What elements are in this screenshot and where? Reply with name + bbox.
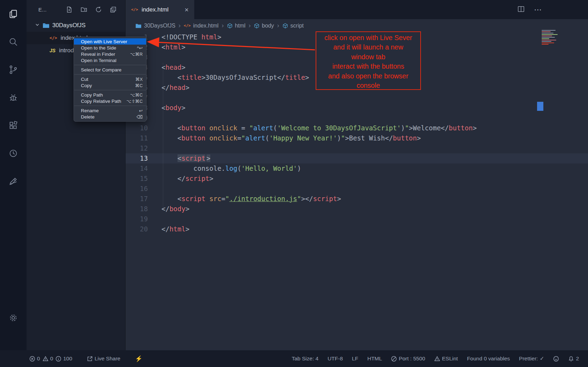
new-file-icon[interactable] bbox=[64, 5, 74, 14]
refresh-icon[interactable] bbox=[93, 5, 104, 14]
new-folder-icon[interactable] bbox=[78, 5, 89, 14]
code-line[interactable]: 7 bbox=[126, 93, 588, 103]
code-line[interactable]: 9 bbox=[126, 113, 588, 123]
code-line[interactable]: 17 <script src="./introduction.js"></scr… bbox=[126, 194, 588, 204]
collapse-all-icon[interactable] bbox=[108, 5, 118, 14]
code-line[interactable]: 8<body> bbox=[126, 103, 588, 113]
feedback-smiley-icon[interactable] bbox=[553, 356, 559, 362]
error-icon bbox=[29, 356, 35, 362]
source-control-icon[interactable] bbox=[8, 64, 18, 75]
chevron-right-icon: › bbox=[222, 22, 224, 29]
eslint-status[interactable]: ESLint bbox=[434, 355, 458, 362]
menu-item[interactable]: Select for Compare bbox=[74, 67, 146, 73]
line-number: 13 bbox=[126, 153, 148, 163]
line-number: 12 bbox=[126, 143, 148, 153]
context-menu: Open with Live ServerOpen to the Side^↩R… bbox=[74, 37, 146, 122]
encoding-status[interactable]: UTF-8 bbox=[327, 355, 343, 362]
code-line[interactable]: 15 </script> bbox=[126, 174, 588, 184]
html-file-icon: </> bbox=[184, 23, 191, 28]
split-editor-icon[interactable] bbox=[517, 5, 525, 14]
menu-item[interactable]: Copy Relative Path⌥⇧⌘C bbox=[74, 98, 146, 104]
eol-status[interactable]: LF bbox=[352, 355, 358, 362]
prettier-status[interactable]: Prettier:✓ bbox=[519, 355, 544, 362]
menu-item[interactable]: Open with Live Server bbox=[74, 38, 146, 45]
symbol-cube-icon bbox=[254, 23, 259, 29]
menu-item[interactable]: Reveal in Finder⌥⌘R bbox=[74, 51, 146, 57]
chevron-right-icon: › bbox=[249, 22, 251, 29]
live-share-status[interactable]: Live Share bbox=[87, 355, 120, 362]
close-icon[interactable]: × bbox=[184, 6, 189, 13]
minimap[interactable] bbox=[542, 30, 562, 45]
bell-icon bbox=[568, 356, 574, 362]
menu-item[interactable]: Delete⌫ bbox=[74, 114, 146, 120]
menu-separator bbox=[74, 65, 146, 65]
language-status[interactable]: HTML bbox=[367, 355, 382, 362]
breadcrumb-item-folder[interactable]: 30DaysOfJS bbox=[135, 23, 175, 29]
warnings-status[interactable]: 0 bbox=[43, 355, 53, 362]
html-file-icon: </> bbox=[50, 36, 57, 40]
code-line[interactable]: 20</html> bbox=[126, 224, 588, 234]
code-line[interactable]: 11 <button onclick="alert('Happy New Yea… bbox=[126, 133, 588, 143]
explorer-title: E... bbox=[38, 7, 47, 13]
settings-gear-icon[interactable] bbox=[8, 313, 18, 323]
share-icon bbox=[87, 356, 93, 362]
lightning-icon[interactable]: ⚡ bbox=[135, 355, 142, 362]
annotation-box: click on open with Live Severand it will… bbox=[316, 31, 421, 90]
line-number: 10 bbox=[126, 123, 148, 133]
folder-icon bbox=[135, 23, 142, 28]
port-icon bbox=[391, 356, 397, 362]
explorer-header: E... bbox=[27, 0, 125, 19]
code-line[interactable]: 14 console.log('Hello, World') bbox=[126, 163, 588, 174]
line-number: 19 bbox=[126, 214, 148, 224]
menu-item[interactable]: Copy Path⌥⌘C bbox=[74, 92, 146, 98]
line-number: 16 bbox=[126, 184, 148, 194]
tab-title: index.html bbox=[142, 6, 168, 13]
breadcrumb-item-file[interactable]: </> index.html bbox=[184, 23, 219, 29]
menu-item[interactable]: Copy⌘C bbox=[74, 82, 146, 89]
tab-index-html[interactable]: </> index.html × bbox=[126, 0, 194, 19]
notifications-bell[interactable]: 2 bbox=[568, 355, 579, 362]
history-icon[interactable] bbox=[8, 148, 18, 159]
code-line[interactable]: 13 <script> bbox=[126, 153, 588, 163]
extensions-icon[interactable] bbox=[8, 120, 18, 131]
code-line[interactable]: 18</body> bbox=[126, 204, 588, 214]
folder-label: 30DaysOfJS bbox=[52, 22, 85, 29]
search-icon[interactable] bbox=[8, 37, 18, 47]
code-line[interactable]: 10 <button onclick = "alert('Welcome to … bbox=[126, 123, 588, 133]
code-line[interactable]: 16 bbox=[126, 184, 588, 194]
menu-item[interactable]: Cut⌘X bbox=[74, 76, 146, 82]
tab-bar: </> index.html × ⋯ bbox=[126, 0, 588, 19]
html-file-icon: </> bbox=[131, 7, 138, 12]
menu-item[interactable]: Open in Terminal bbox=[74, 57, 146, 63]
code-line[interactable]: 19 bbox=[126, 214, 588, 224]
breadcrumb-item-html[interactable]: html bbox=[227, 23, 246, 29]
tab-size-status[interactable]: Tab Size: 4 bbox=[292, 355, 318, 362]
breadcrumb-item-script[interactable]: script bbox=[282, 23, 304, 29]
chevron-right-icon: › bbox=[277, 22, 279, 29]
code-line[interactable]: 12 bbox=[126, 143, 588, 153]
folder-row-30daysofjs[interactable]: 30DaysOfJS bbox=[27, 19, 125, 32]
run-debug-icon[interactable] bbox=[8, 92, 18, 103]
breadcrumb-item-body[interactable]: body bbox=[254, 23, 274, 29]
indent-guide bbox=[163, 63, 163, 211]
explorer-icon[interactable] bbox=[8, 9, 18, 19]
warning-icon bbox=[434, 356, 440, 362]
symbol-cube-icon bbox=[227, 23, 233, 29]
warning-icon bbox=[43, 356, 48, 362]
folder-icon bbox=[43, 23, 50, 28]
variables-status[interactable]: Found 0 variables bbox=[467, 355, 510, 362]
status-bar: 0 0 100 Live Share ⚡ Tab Size: 4 UTF-8 L… bbox=[0, 350, 588, 367]
menu-item[interactable]: Open to the Side^↩ bbox=[74, 45, 146, 51]
port-status[interactable]: Port : 5500 bbox=[391, 355, 425, 362]
line-number: 20 bbox=[126, 224, 148, 234]
menu-separator bbox=[74, 90, 146, 90]
pen-icon[interactable] bbox=[8, 176, 18, 186]
line-number: 17 bbox=[126, 194, 148, 204]
menu-item[interactable]: Rename↩ bbox=[74, 107, 146, 114]
errors-status[interactable]: 0 bbox=[29, 355, 40, 362]
line-number: 18 bbox=[126, 204, 148, 214]
info-icon bbox=[55, 356, 61, 362]
more-actions-icon[interactable]: ⋯ bbox=[534, 5, 542, 14]
menu-separator bbox=[74, 106, 146, 106]
info-status[interactable]: 100 bbox=[55, 355, 72, 362]
